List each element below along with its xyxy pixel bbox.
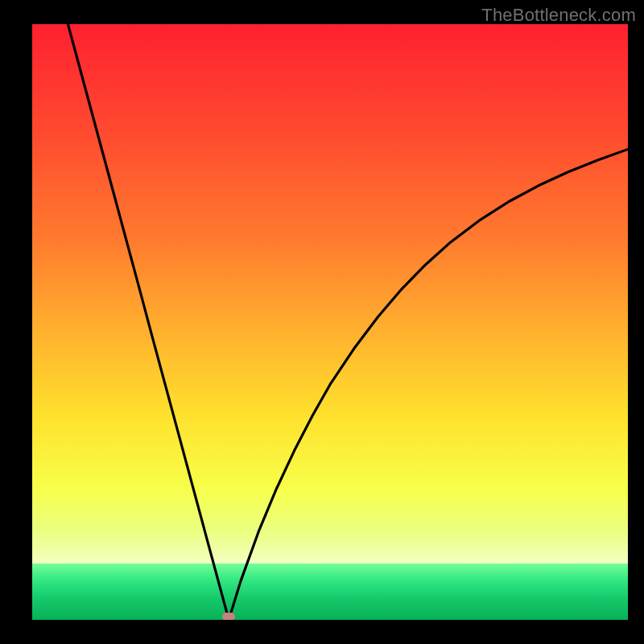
chart-svg bbox=[32, 24, 628, 620]
gradient-background bbox=[32, 24, 628, 620]
chart-stage: TheBottleneck.com bbox=[0, 0, 644, 644]
plot-area bbox=[32, 24, 628, 620]
vertex-marker bbox=[222, 613, 235, 620]
watermark-text: TheBottleneck.com bbox=[481, 5, 636, 26]
